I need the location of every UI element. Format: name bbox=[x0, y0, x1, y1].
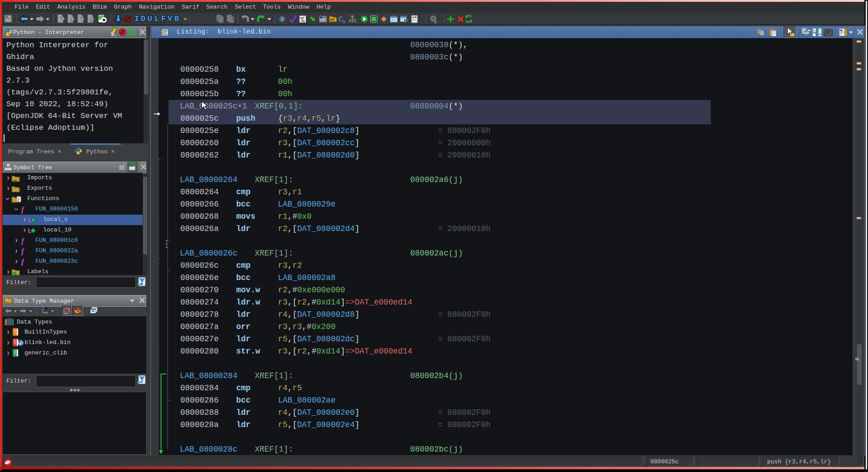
svg-text:DT: DT bbox=[330, 18, 335, 22]
svg-text:DT: DT bbox=[6, 300, 10, 303]
svg-text:01: 01 bbox=[301, 20, 305, 23]
svg-text:s: s bbox=[342, 19, 346, 24]
